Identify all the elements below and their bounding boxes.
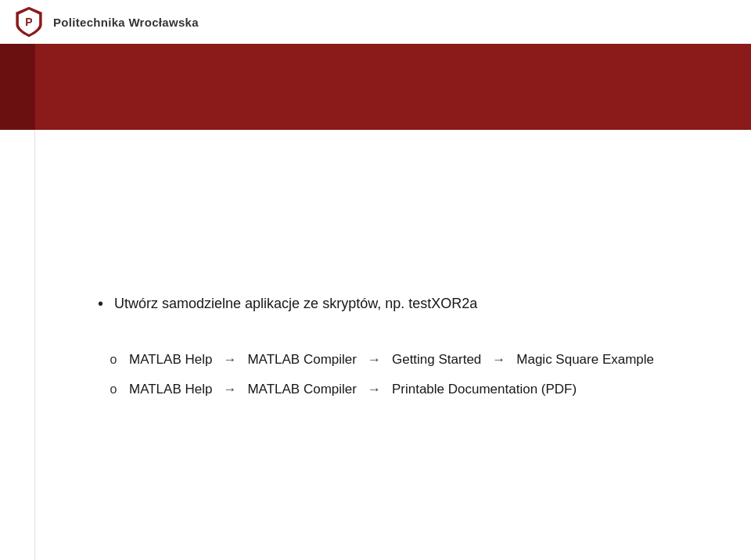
content-left-bar bbox=[0, 130, 35, 560]
main-bullet-text: Utwórz samodzielne aplikacje ze skryptów… bbox=[114, 293, 477, 314]
path1-step1: MATLAB Help bbox=[129, 352, 212, 368]
sub-bullet-2: o bbox=[98, 382, 129, 397]
path1-step2: MATLAB Compiler bbox=[247, 352, 357, 368]
arrow-icon-2a: → bbox=[223, 382, 236, 397]
sub-item-1: o MATLAB Help → MATLAB Compiler → Gettin… bbox=[98, 352, 704, 368]
arrow-icon-1a: → bbox=[223, 352, 236, 368]
svg-text:P: P bbox=[25, 16, 32, 28]
sub-item-2: o MATLAB Help → MATLAB Compiler → Printa… bbox=[98, 382, 704, 397]
red-banner-left-accent bbox=[0, 44, 35, 130]
path1-step3: Getting Started bbox=[392, 352, 481, 368]
content-main: • Utwórz samodzielne aplikacje ze skrypt… bbox=[35, 130, 751, 560]
sub-text-2: MATLAB Help → MATLAB Compiler → Printabl… bbox=[129, 382, 577, 397]
sub-bullet-1: o bbox=[98, 353, 129, 367]
arrow-icon-1b: → bbox=[368, 352, 381, 368]
logo-area: P Politechnika Wrocławska bbox=[13, 5, 199, 38]
red-banner bbox=[0, 44, 751, 130]
header: P Politechnika Wrocławska bbox=[0, 0, 751, 44]
sub-items-list: o MATLAB Help → MATLAB Compiler → Gettin… bbox=[98, 352, 704, 397]
content-area: • Utwórz samodzielne aplikacje ze skrypt… bbox=[0, 130, 751, 560]
arrow-icon-2b: → bbox=[368, 382, 381, 397]
path2-step2: MATLAB Compiler bbox=[247, 382, 357, 397]
arrow-icon-1c: → bbox=[492, 352, 505, 368]
sub-text-1: MATLAB Help → MATLAB Compiler → Getting … bbox=[129, 352, 654, 368]
logo-shield-icon: P bbox=[13, 5, 45, 38]
university-name: Politechnika Wrocławska bbox=[53, 16, 199, 29]
path2-step3: Printable Documentation (PDF) bbox=[392, 382, 577, 397]
main-bullet-item: • Utwórz samodzielne aplikacje ze skrypt… bbox=[98, 293, 704, 314]
path2-step1: MATLAB Help bbox=[129, 382, 212, 397]
slide: P Politechnika Wrocławska • Utwórz samod… bbox=[0, 0, 751, 560]
path1-step4: Magic Square Example bbox=[516, 352, 654, 368]
bullet-dot-icon: • bbox=[98, 295, 103, 313]
